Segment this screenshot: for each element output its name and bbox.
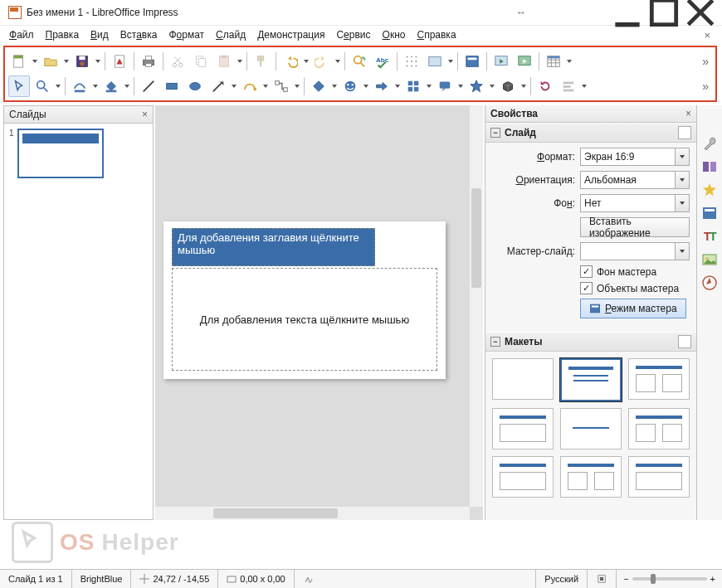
layout-title-only[interactable] bbox=[492, 408, 554, 450]
master-slide-select[interactable] bbox=[580, 242, 690, 260]
title-placeholder[interactable]: Для добавления заглавия щёлкните мышью bbox=[172, 228, 375, 266]
sidebar-master-slides-icon[interactable] bbox=[701, 205, 718, 221]
layout-a[interactable] bbox=[492, 456, 554, 498]
vertical-scrollbar[interactable] bbox=[469, 105, 483, 507]
menu-help[interactable]: Справка bbox=[411, 27, 461, 42]
sidebar-slide-transition-icon[interactable] bbox=[701, 158, 718, 175]
slides-panel-close-icon[interactable]: × bbox=[142, 109, 148, 120]
redo-icon[interactable] bbox=[311, 51, 333, 72]
section-layouts-more-icon[interactable] bbox=[678, 335, 691, 348]
master-objects-checkbox[interactable]: ✓Объекты мастера bbox=[580, 282, 690, 294]
fill-color-dropdown[interactable] bbox=[124, 76, 130, 96]
undo-icon[interactable] bbox=[280, 51, 301, 72]
paste-dropdown[interactable] bbox=[237, 51, 243, 71]
basic-shapes-icon[interactable] bbox=[308, 75, 329, 97]
display-views-icon[interactable] bbox=[424, 51, 446, 72]
status-signature[interactable] bbox=[295, 570, 537, 588]
symbol-shapes-icon[interactable] bbox=[339, 75, 361, 97]
menu-slideshow[interactable]: Демонстрация bbox=[251, 27, 330, 42]
cut-icon[interactable] bbox=[167, 51, 188, 72]
layout-title-content[interactable] bbox=[560, 358, 622, 401]
section-layouts-header[interactable]: − Макеты bbox=[485, 332, 696, 352]
select-tool-icon[interactable] bbox=[8, 75, 30, 97]
zoom-slider[interactable]: − + bbox=[617, 574, 722, 584]
slide-thumbnail-1[interactable]: 1 bbox=[9, 129, 148, 178]
layout-blank[interactable] bbox=[492, 358, 554, 400]
status-fit-page-icon[interactable] bbox=[588, 570, 617, 588]
sidebar-properties-icon[interactable] bbox=[701, 135, 718, 152]
zoom-out-icon[interactable]: − bbox=[623, 574, 628, 584]
paste-icon[interactable] bbox=[213, 51, 235, 72]
ellipse-tool-icon[interactable] bbox=[184, 75, 206, 97]
layout-title-2content[interactable] bbox=[628, 358, 690, 400]
3d-objects-dropdown[interactable] bbox=[520, 76, 527, 96]
curve-tool-dropdown[interactable] bbox=[262, 76, 269, 96]
open-icon[interactable] bbox=[40, 51, 61, 72]
master-background-checkbox[interactable]: ✓Фон мастера bbox=[580, 265, 690, 278]
sidebar-navigator-icon[interactable] bbox=[701, 275, 718, 291]
line-color-icon[interactable] bbox=[69, 75, 90, 97]
master-slide-icon[interactable] bbox=[461, 51, 483, 72]
menu-slide[interactable]: Слайд bbox=[210, 27, 251, 42]
zoom-pan-icon[interactable] bbox=[32, 75, 53, 97]
save-icon[interactable] bbox=[71, 51, 93, 72]
export-pdf-icon[interactable] bbox=[109, 51, 130, 72]
zoom-in-icon[interactable]: + bbox=[710, 574, 715, 584]
layout-centered-text[interactable] bbox=[560, 408, 622, 450]
curve-tool-icon[interactable] bbox=[239, 75, 261, 97]
minimize-button[interactable] bbox=[609, 0, 646, 25]
insert-image-button[interactable]: Вставить изображение bbox=[580, 217, 690, 237]
slide[interactable]: Для добавления заглавия щёлкните мышью Д… bbox=[163, 221, 446, 379]
toolbar-overflow-2[interactable] bbox=[699, 80, 712, 93]
fill-color-icon[interactable] bbox=[100, 75, 122, 97]
menu-tools[interactable]: Сервис bbox=[330, 27, 376, 42]
menu-edit[interactable]: Правка bbox=[40, 27, 85, 42]
symbol-shapes-dropdown[interactable] bbox=[363, 76, 369, 96]
orientation-select[interactable]: Альбомная bbox=[580, 171, 690, 189]
callouts-icon[interactable] bbox=[434, 75, 456, 97]
sidebar-styles-icon[interactable]: TT bbox=[701, 228, 718, 245]
sidebar-gallery-icon[interactable] bbox=[701, 251, 718, 268]
stars-dropdown[interactable] bbox=[489, 76, 495, 96]
section-slide-more-icon[interactable] bbox=[678, 126, 691, 139]
properties-panel-close-icon[interactable]: × bbox=[685, 108, 691, 119]
menu-file[interactable]: Файл bbox=[3, 27, 40, 42]
sidebar-animation-icon[interactable] bbox=[701, 182, 718, 198]
status-language[interactable]: Русский bbox=[536, 570, 588, 588]
rectangle-tool-icon[interactable] bbox=[161, 75, 183, 97]
content-placeholder[interactable]: Для добавления текста щёлкните мышью bbox=[172, 268, 437, 371]
section-slide-header[interactable]: − Слайд bbox=[485, 123, 696, 143]
menu-window[interactable]: Окно bbox=[377, 27, 412, 42]
align-objects-dropdown[interactable] bbox=[581, 76, 588, 96]
menu-insert[interactable]: Вставка bbox=[115, 27, 163, 42]
background-select[interactable]: Нет bbox=[580, 194, 690, 212]
block-arrows-dropdown[interactable] bbox=[394, 76, 401, 96]
new-document-icon[interactable] bbox=[8, 51, 30, 72]
display-views-dropdown[interactable] bbox=[447, 51, 454, 71]
3d-objects-icon[interactable] bbox=[497, 75, 519, 97]
master-mode-button[interactable]: Режим мастера bbox=[580, 299, 686, 318]
basic-shapes-dropdown[interactable] bbox=[331, 76, 338, 96]
copy-icon[interactable] bbox=[190, 51, 212, 72]
connector-tool-dropdown[interactable] bbox=[294, 76, 300, 96]
rotate-icon[interactable] bbox=[534, 75, 556, 97]
callouts-dropdown[interactable] bbox=[457, 76, 464, 96]
menu-format[interactable]: Формат bbox=[163, 27, 210, 42]
spellcheck-icon[interactable]: Abc bbox=[372, 51, 393, 72]
close-button[interactable] bbox=[682, 0, 719, 25]
redo-dropdown[interactable] bbox=[334, 51, 341, 71]
menu-view[interactable]: Вид bbox=[85, 27, 115, 42]
block-arrows-icon[interactable] bbox=[371, 75, 393, 97]
print-icon[interactable] bbox=[138, 51, 159, 72]
connector-tool-icon[interactable] bbox=[271, 75, 292, 97]
undo-dropdown[interactable] bbox=[303, 51, 310, 71]
new-document-dropdown[interactable] bbox=[32, 51, 38, 71]
zoom-pan-dropdown[interactable] bbox=[55, 76, 61, 96]
stars-icon[interactable] bbox=[466, 75, 487, 97]
toolbar-overflow-1[interactable] bbox=[699, 55, 712, 68]
layout-c[interactable] bbox=[628, 456, 690, 498]
find-replace-icon[interactable] bbox=[349, 51, 370, 72]
start-from-first-icon[interactable] bbox=[490, 51, 512, 72]
format-select[interactable]: Экран 16:9 bbox=[580, 148, 690, 166]
horizontal-scrollbar[interactable] bbox=[155, 506, 470, 520]
